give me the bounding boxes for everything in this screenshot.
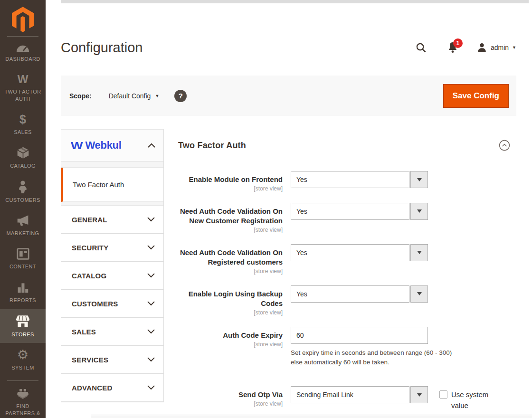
sidebar-item-two-factor-auth[interactable]: W TWO FACTOR AUTH: [0, 68, 46, 108]
section-title: Two Factor Auth: [178, 141, 246, 151]
footer-strip: [91, 415, 532, 418]
sidebar-item-label: REPORTS: [10, 297, 36, 304]
select-dropdown-button[interactable]: [410, 285, 428, 303]
chevron-down-icon: ▼: [155, 94, 159, 98]
chevron-down-icon: ▼: [512, 45, 516, 50]
chevron-down-icon: [147, 245, 155, 250]
sidebar-divider: [7, 380, 38, 381]
select-dropdown-button[interactable]: [410, 203, 428, 220]
select-dropdown-button[interactable]: [410, 171, 428, 188]
need-auth-new-customer-select[interactable]: Yes: [291, 203, 428, 220]
backup-codes-select[interactable]: Yes: [291, 285, 428, 303]
sidebar-divider: [7, 36, 38, 37]
select-value: Yes: [291, 244, 409, 261]
panel-spacer: [61, 202, 163, 206]
panel-section-sales[interactable]: SALES: [61, 318, 163, 346]
admin-sidebar: DASHBOARD W TWO FACTOR AUTH $ SALES CATA…: [0, 0, 46, 418]
reports-barchart-icon: [17, 281, 29, 294]
sidebar-item-label: CUSTOMERS: [5, 197, 40, 204]
field-enable-module-frontend: Enable Module on Frontend [store view] Y…: [178, 171, 516, 192]
dashboard-icon: [16, 43, 30, 52]
section-collapse-button[interactable]: [499, 140, 510, 151]
sidebar-item-reports[interactable]: REPORTS: [0, 276, 46, 309]
chevron-down-icon: [147, 329, 155, 334]
webkul-w-icon: W: [18, 74, 28, 85]
field-scope: [store view]: [178, 185, 283, 192]
magento-logo-icon: [12, 7, 34, 32]
page-title: Configuration: [61, 40, 143, 56]
chevron-down-icon: [417, 393, 422, 397]
catalog-box-icon: [17, 146, 29, 159]
panel-section-general[interactable]: GENERAL: [61, 206, 163, 234]
search-button[interactable]: [416, 42, 427, 53]
send-otp-via-select[interactable]: Sending Email Link: [291, 386, 428, 403]
admin-username: admin: [491, 44, 509, 51]
panel-section-advanced[interactable]: ADVANCED: [61, 374, 163, 402]
panel-section-label: SERVICES: [72, 356, 108, 364]
sidebar-item-content[interactable]: CONTENT: [0, 242, 46, 276]
field-control: Yes: [291, 171, 428, 188]
field-label-block: Auth Code Expiry [store view]: [178, 327, 283, 348]
webkul-panel-header[interactable]: W Webkul: [61, 130, 163, 162]
scope-switcher[interactable]: Default Config ▼: [109, 92, 160, 100]
panel-section-label: GENERAL: [72, 216, 107, 224]
magento-logo[interactable]: [10, 7, 36, 32]
field-control: Yes: [291, 203, 428, 220]
sidebar-item-marketing[interactable]: MARKETING: [0, 209, 46, 242]
field-scope: [store view]: [178, 227, 283, 233]
field-label-block: Need Auth Code Validation On Registered …: [178, 244, 283, 275]
need-auth-registered-select[interactable]: Yes: [291, 244, 428, 261]
top-strip: [61, 0, 529, 3]
sidebar-item-label: DASHBOARD: [5, 56, 40, 63]
panel-section-security[interactable]: SECURITY: [61, 234, 163, 262]
sidebar-item-label: TWO FACTOR AUTH: [2, 88, 43, 103]
use-system-value-checkbox[interactable]: [439, 390, 447, 399]
scope-value: Default Config: [109, 92, 151, 100]
field-label: Auth Code Expiry: [178, 331, 283, 340]
enable-module-select[interactable]: Yes: [291, 171, 428, 188]
panel-section-label: ADVANCED: [72, 384, 113, 392]
sidebar-item-stores[interactable]: STORES: [0, 309, 46, 343]
panel-section-catalog[interactable]: CATALOG: [61, 262, 163, 290]
panel-section-label: CUSTOMERS: [72, 300, 118, 308]
field-scope: [store view]: [178, 309, 283, 316]
chevron-up-icon: [148, 141, 155, 150]
field-scope: [store view]: [178, 341, 283, 348]
sidebar-item-label: MARKETING: [7, 230, 39, 237]
sidebar-item-label: STORES: [11, 331, 34, 338]
search-icon: [416, 42, 427, 53]
sidebar-item-sales[interactable]: $ SALES: [0, 108, 46, 141]
sidebar-item-customers[interactable]: CUSTOMERS: [0, 175, 46, 209]
auth-code-expiry-input[interactable]: 60: [291, 327, 428, 344]
admin-menu-button[interactable]: admin ▼: [477, 42, 516, 53]
sidebar-item-find-partners[interactable]: FIND PARTNERS & EXTENSIONS: [0, 382, 46, 418]
scope-bar: Scope: Default Config ▼ ? Save Config: [61, 76, 516, 116]
field-label-block: Need Auth Code Validation On New Custome…: [178, 203, 283, 233]
select-value: Yes: [291, 203, 409, 220]
chevron-down-icon: [147, 385, 155, 390]
scope-label: Scope:: [69, 92, 92, 100]
field-control: Sending Email Link Use system value: [291, 386, 495, 411]
sidebar-item-system[interactable]: ⚙ SYSTEM: [0, 343, 46, 377]
panel-spacer: [61, 162, 163, 168]
sidebar-item-catalog[interactable]: CATALOG: [0, 141, 46, 175]
save-config-button[interactable]: Save Config: [443, 84, 509, 108]
panel-section-customers[interactable]: CUSTOMERS: [61, 290, 163, 318]
select-dropdown-button[interactable]: [410, 386, 428, 403]
page-header: Configuration 1 admin: [61, 35, 516, 60]
panel-section-label: SALES: [72, 328, 96, 336]
panel-section-label: SECURITY: [72, 244, 108, 252]
notification-badge[interactable]: 1: [453, 38, 463, 48]
panel-item-two-factor-auth[interactable]: Two Factor Auth: [61, 168, 163, 202]
fields: Enable Module on Frontend [store view] Y…: [178, 171, 516, 411]
select-dropdown-button[interactable]: [410, 244, 428, 261]
scope-help-button[interactable]: ?: [174, 90, 187, 102]
panel-section-services[interactable]: SERVICES: [61, 346, 163, 374]
section-header: Two Factor Auth: [178, 140, 516, 151]
sidebar-item-dashboard[interactable]: DASHBOARD: [0, 38, 46, 68]
field-label-block: Enable Login Using Backup Codes [store v…: [178, 285, 283, 316]
field-label: Send Otp Via: [178, 390, 283, 399]
webkul-w-icon: W: [71, 140, 82, 151]
panel-section-label: CATALOG: [72, 272, 106, 280]
notifications-button[interactable]: 1: [447, 42, 458, 53]
